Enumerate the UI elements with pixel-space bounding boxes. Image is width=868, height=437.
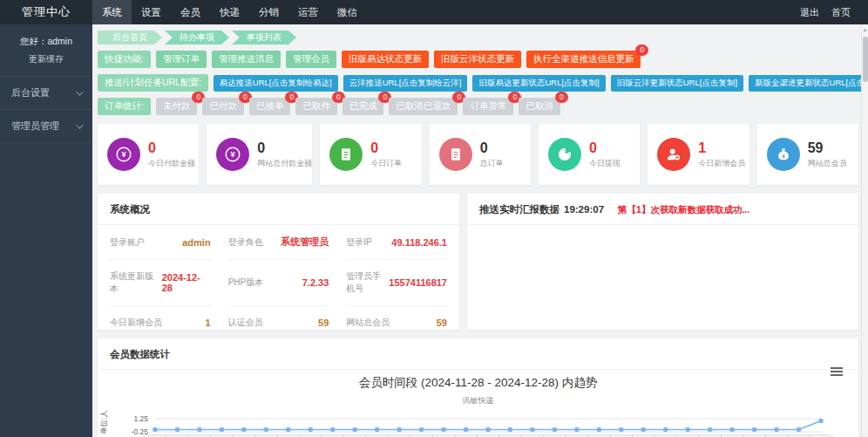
yunyang-push-url-button[interactable]: 云洋推送URL[点击复制给云洋] xyxy=(343,75,468,92)
chip-label: 已完成 xyxy=(349,100,377,111)
overview-value: 系统管理员 xyxy=(281,236,329,249)
system-overview-grid: 登录账户admin 登录角色系统管理员 登录IP49.118.246.1 系统更… xyxy=(98,225,459,340)
panel-title: 会员数据统计 xyxy=(98,338,858,370)
chart-subtitle: 讯敏快递 xyxy=(98,395,858,406)
user-plus-icon xyxy=(657,138,690,171)
trend-line-chart: 1.25-0.25单位:人11/2811/2911/3012/0112/0212… xyxy=(98,408,858,437)
chip-label: 已取件 xyxy=(302,100,330,111)
stat-label: 今日提现 xyxy=(589,158,620,169)
stat-card-total-members[interactable]: ¥ 59 网站总会员 xyxy=(757,124,858,185)
stat-label: 总订单 xyxy=(480,158,504,169)
quick-functions-label: 快捷功能: xyxy=(98,51,151,68)
pie-chart-icon xyxy=(548,138,581,171)
old-yida-status-update-button[interactable]: 旧版易达状态更新 xyxy=(342,51,429,68)
overview-value: 1 xyxy=(206,318,211,328)
overview-label: PHP版本 xyxy=(228,277,264,289)
breadcrumb-home[interactable]: 后台首页 xyxy=(98,31,162,44)
stat-label: 今日新增会员 xyxy=(698,158,745,169)
home-link[interactable]: 首页 xyxy=(831,6,851,19)
nav-item-system[interactable]: 系统 xyxy=(92,0,132,24)
push-report-title: 推送实时汇报数据 xyxy=(479,203,559,216)
manage-members-button[interactable]: 管理会员 xyxy=(286,51,336,68)
old-yida-status-url-button[interactable]: 旧版易达更新状态URL[点击复制] xyxy=(472,75,605,92)
quick-functions-row: 快捷功能: 管理订单 管理推送消息 管理会员 旧版易达状态更新 旧版云洋状态更新… xyxy=(98,51,858,68)
sidebar-item-label: 后台设置 xyxy=(11,86,50,99)
stat-label: 网站总付款金额 xyxy=(257,158,312,169)
main-content: 后台首页 待办事项 事项列表 快捷功能: 管理订单 管理推送消息 管理会员 旧版… xyxy=(92,24,861,437)
old-yunyang-status-update-button[interactable]: 旧版云洋状态更新 xyxy=(434,51,521,68)
stat-label: 网站总会员 xyxy=(808,158,847,169)
stat-value: 0 xyxy=(480,140,504,156)
nav-item-members[interactable]: 会员 xyxy=(171,0,210,24)
scrollbar[interactable]: ▲ xyxy=(861,24,868,437)
stat-value: 0 xyxy=(589,140,620,156)
stat-card-today-orders[interactable]: 0 今日订单 xyxy=(320,124,421,185)
update-cache-link[interactable]: 更新缓存 xyxy=(3,53,89,65)
overview-value: admin xyxy=(182,237,210,248)
nav-item-wechat[interactable]: 微信 xyxy=(328,0,367,24)
push-url-config-label: 推送/计划任务URL配置: xyxy=(98,74,208,92)
breadcrumb-list[interactable]: 事项列表 xyxy=(232,31,296,44)
chart-menu-icon[interactable] xyxy=(831,367,843,378)
topbar: 管理中心 系统 设置 会员 快递 分销 运营 微信 退出 首页 xyxy=(0,0,868,24)
chip-label: 已付款 xyxy=(209,100,237,111)
manage-orders-button[interactable]: 管理订单 xyxy=(156,51,207,68)
order-chip-paid[interactable]: 已付款 0 xyxy=(202,98,244,115)
stat-value: 0 xyxy=(148,140,195,156)
yen-circle-icon: ¥ xyxy=(107,138,140,171)
new-omni-status-url-button[interactable]: 新版全渠道更新状态URL[点击复制] xyxy=(749,75,861,92)
stat-value: 1 xyxy=(698,140,745,156)
topbar-right: 退出 首页 xyxy=(800,6,868,19)
order-chip-cancelled-refunded[interactable]: 已取消已退款 0 xyxy=(389,98,458,115)
stat-card-today-new-members[interactable]: 1 今日新增会员 xyxy=(648,124,749,185)
nav-item-express[interactable]: 快递 xyxy=(210,0,249,24)
scroll-up-arrow[interactable]: ▲ xyxy=(862,24,868,32)
manage-push-messages-button[interactable]: 管理推送消息 xyxy=(212,51,281,68)
order-chip-cancelled[interactable]: 已取消 0 xyxy=(519,98,560,115)
order-statistics-label: 订单统计: xyxy=(98,98,151,115)
breadcrumb-todo[interactable]: 待办事项 xyxy=(165,31,229,44)
overview-label: 认证会员 xyxy=(228,317,263,329)
overview-value: 2024-12-28 xyxy=(162,272,211,293)
order-chip-picked-up[interactable]: 已取件 0 xyxy=(295,98,337,115)
logout-link[interactable]: 退出 xyxy=(800,6,819,19)
run-omni-push-update-button[interactable]: 执行全渠道推送信息更新 0 xyxy=(526,51,641,68)
order-chip-accepted[interactable]: 已接单 0 xyxy=(249,98,291,115)
order-chip-completed[interactable]: 已完成 0 xyxy=(342,98,384,115)
stat-card-total-payment[interactable]: ¥ 0 网站总付款金额 xyxy=(207,124,312,185)
order-chip-unpaid[interactable]: 未付款 0 xyxy=(156,98,198,115)
yida-push-url-button[interactable]: 易达推送URL[点击复制给易达] xyxy=(214,75,338,92)
chevron-down-icon xyxy=(76,121,83,128)
order-chip-abnormal[interactable]: 订单异常 0 xyxy=(463,98,513,115)
stat-value: 59 xyxy=(808,140,847,156)
scrollbar-thumb[interactable] xyxy=(863,37,868,82)
svg-text:单位:人: 单位:人 xyxy=(99,410,108,434)
svg-text:¥: ¥ xyxy=(121,150,126,159)
document-icon xyxy=(329,138,363,171)
stat-value: 0 xyxy=(257,140,312,156)
nav-item-operations[interactable]: 运营 xyxy=(288,0,328,24)
svg-text:¥: ¥ xyxy=(231,150,236,159)
chip-label: 已接单 xyxy=(256,100,284,111)
top-nav: 系统 设置 会员 快递 分销 运营 微信 xyxy=(92,0,367,24)
stat-label: 今日订单 xyxy=(370,158,402,169)
push-report-message: 第【1】次获取新数据获取成功... xyxy=(618,204,749,216)
yen-circle-icon: ¥ xyxy=(216,138,249,171)
greeting-text: 您好：admin xyxy=(3,36,89,48)
stat-card-today-payment[interactable]: ¥ 0 今日付款金额 xyxy=(98,124,199,185)
sidebar-item-backend-settings[interactable]: 后台设置 xyxy=(0,77,92,110)
chart-title: 会员时间段 (2024-11-28 - 2024-12-28) 内趋势 xyxy=(98,375,858,391)
svg-text:¥: ¥ xyxy=(782,153,785,159)
order-statistics-row: 订单统计: 未付款 0 已付款 0 已接单 0 已取件 0 已完成 0 已取消已… xyxy=(98,98,858,115)
stat-card-total-orders[interactable]: 0 总订单 xyxy=(430,124,531,185)
nav-item-settings[interactable]: 设置 xyxy=(132,0,171,24)
count-badge: 0 xyxy=(635,44,648,56)
count-badge: 0 xyxy=(555,92,568,103)
stat-value: 0 xyxy=(370,140,402,156)
old-yunyang-status-url-button[interactable]: 旧版云洋更新状态URL[点击复制] xyxy=(611,75,743,92)
sidebar-item-admin-management[interactable]: 管理员管理 xyxy=(0,110,92,143)
nav-item-distribution[interactable]: 分销 xyxy=(249,0,288,24)
push-report-panel: 推送实时汇报数据 19:29:07 第【1】次获取新数据获取成功... xyxy=(467,194,858,330)
stat-card-today-withdraw[interactable]: 0 今日提现 xyxy=(539,124,640,185)
chevron-down-icon xyxy=(76,88,83,95)
